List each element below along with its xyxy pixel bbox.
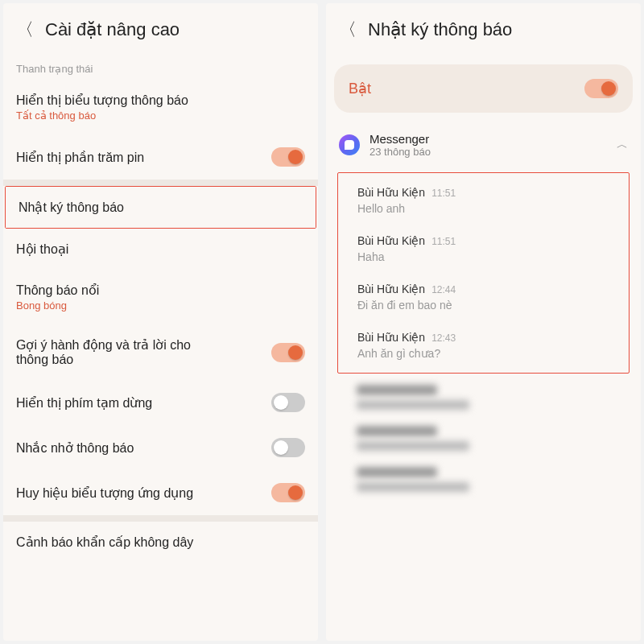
notif-msg: Đi ăn đi em bao nè — [357, 299, 609, 312]
item-pause[interactable]: Hiển thị phím tạm dừng — [3, 380, 318, 425]
item-emergency[interactable]: Cảnh báo khẩn cấp không dây — [3, 522, 318, 563]
item-title: Nhật ký thông báo — [19, 200, 124, 215]
page-title: Cài đặt nâng cao — [45, 19, 180, 40]
item-suggest[interactable]: Gợi ý hành động và trả lời cho thông báo — [3, 324, 318, 380]
item-title: Cảnh báo khẩn cấp không dây — [16, 535, 193, 550]
blurred-item — [326, 377, 641, 418]
item-title: Nhắc nhở thông báo — [16, 440, 134, 456]
app-name: Messenger — [369, 132, 607, 146]
item-sub: Tất cả thông báo — [16, 109, 305, 122]
item-title: Hiển thị phần trăm pin — [16, 150, 144, 165]
item-title: Huy hiệu biểu tượng ứng dụng — [16, 485, 193, 501]
page-title: Nhật ký thông báo — [368, 19, 512, 40]
blurred-item — [326, 459, 641, 500]
item-title: Thông báo nổi — [16, 283, 305, 298]
notif-item[interactable]: Bùi Hữu Kiện 12:44 Đi ăn đi em bao nè — [338, 273, 629, 321]
item-title: Hiển thị biểu tượng thông báo — [16, 93, 305, 108]
notif-time: 11:51 — [431, 188, 456, 199]
enable-bar[interactable]: Bật — [334, 64, 633, 113]
notif-name: Bùi Hữu Kiện — [357, 331, 425, 344]
notif-highlight-box: Bùi Hữu Kiện 11:51 Hello anh Bùi Hữu Kiệ… — [337, 172, 630, 374]
highlight-box: Nhật ký thông báo — [5, 186, 316, 229]
app-row[interactable]: Messenger 23 thông báo ︿ — [326, 121, 641, 169]
notif-item[interactable]: Bùi Hữu Kiện 11:51 Haha — [338, 225, 629, 273]
section-label: Thanh trạng thái — [3, 56, 318, 80]
item-notif-icons[interactable]: Hiển thị biểu tượng thông báo Tất cả thô… — [3, 80, 318, 134]
back-icon[interactable]: 〈 — [339, 18, 357, 42]
item-title: Hội thoại — [16, 242, 68, 257]
notif-msg: Haha — [357, 250, 609, 263]
enable-label: Bật — [349, 80, 371, 97]
notif-time: 12:44 — [431, 284, 456, 295]
item-log[interactable]: Nhật ký thông báo — [6, 187, 316, 228]
item-floating[interactable]: Thông báo nổi Bong bóng — [3, 270, 318, 324]
app-count: 23 thông báo — [369, 146, 607, 158]
notif-name: Bùi Hữu Kiện — [357, 186, 425, 199]
toggle-battery[interactable] — [271, 147, 305, 167]
notif-msg: Hello anh — [357, 202, 609, 215]
notif-time: 12:43 — [431, 332, 456, 344]
notif-item[interactable]: Bùi Hữu Kiện 12:43 Anh ăn gì chưa? — [338, 321, 629, 369]
notif-name: Bùi Hữu Kiện — [357, 283, 425, 295]
notif-name: Bùi Hữu Kiện — [357, 234, 425, 247]
notif-item[interactable]: Bùi Hữu Kiện 11:51 Hello anh — [338, 176, 629, 225]
notif-time: 11:51 — [431, 236, 456, 247]
right-phone: 〈 Nhật ký thông báo Bật Messenger 23 thô… — [326, 3, 641, 641]
notif-msg: Anh ăn gì chưa? — [357, 347, 609, 360]
divider — [3, 515, 318, 522]
toggle-badge[interactable] — [271, 483, 305, 502]
toggle-enable[interactable] — [584, 79, 618, 98]
item-remind[interactable]: Nhắc nhở thông báo — [3, 425, 318, 470]
item-conversation[interactable]: Hội thoại — [3, 229, 318, 270]
toggle-pause[interactable] — [271, 393, 305, 412]
left-phone: 〈 Cài đặt nâng cao Thanh trạng thái Hiển… — [3, 3, 318, 641]
messenger-icon — [339, 134, 360, 155]
chevron-up-icon: ︿ — [617, 138, 628, 152]
item-badge[interactable]: Huy hiệu biểu tượng ứng dụng — [3, 470, 318, 515]
item-title: Gợi ý hành động và trả lời cho thông báo — [16, 337, 225, 367]
toggle-suggest[interactable] — [271, 343, 305, 362]
blurred-item — [326, 418, 641, 459]
item-sub: Bong bóng — [16, 299, 305, 312]
item-title: Hiển thị phím tạm dừng — [16, 395, 152, 411]
left-header: 〈 Cài đặt nâng cao — [3, 3, 318, 56]
back-icon[interactable]: 〈 — [16, 18, 34, 42]
divider — [3, 180, 318, 186]
right-header: 〈 Nhật ký thông báo — [326, 3, 641, 56]
item-battery[interactable]: Hiển thị phần trăm pin — [3, 134, 318, 180]
toggle-remind[interactable] — [271, 438, 305, 457]
